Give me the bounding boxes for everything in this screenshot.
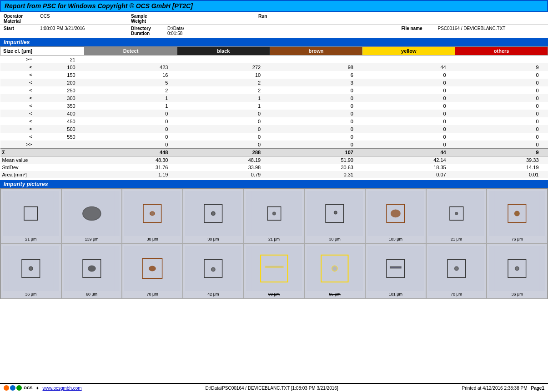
- picture-label: 70 μm: [428, 292, 485, 297]
- start-value: 1:08:03 PM 3/21/2016: [40, 26, 131, 31]
- picture-box: [124, 191, 181, 236]
- directory-label: Directory: [131, 26, 167, 31]
- row-others: 9: [455, 63, 548, 71]
- sum-black: 288: [177, 149, 270, 156]
- std-row: StdDev31.7633.9830.6318.3514.19: [0, 164, 548, 171]
- row-others: 0: [455, 125, 548, 133]
- row-detect: 0: [85, 110, 177, 117]
- row-detect: 1: [85, 94, 177, 102]
- row-op: <: [0, 102, 34, 110]
- yellow-col-header: yellow: [362, 47, 455, 55]
- sum-yellow: 44: [362, 149, 455, 156]
- table-row: >=21: [0, 55, 548, 64]
- row-size: 200: [34, 79, 85, 86]
- row-brown: 0: [270, 117, 362, 125]
- row-brown: 6: [270, 71, 362, 79]
- row-brown: 0: [270, 141, 362, 149]
- picture-cell: 11 60 μm: [61, 244, 122, 299]
- material-value: [40, 19, 131, 24]
- svg-point-6: [150, 212, 155, 216]
- picture-label: 30 μm: [124, 237, 181, 241]
- picture-box: [3, 191, 59, 236]
- picture-box: [428, 246, 485, 291]
- picture-box: [185, 246, 241, 291]
- picture-cell: 9 76 μm: [487, 189, 548, 244]
- row-op: <: [0, 133, 34, 141]
- operator-value: OCS: [40, 14, 131, 19]
- svg-point-24: [515, 211, 519, 216]
- picture-cell: 12 70 μm: [122, 244, 183, 299]
- row-detect: 5: [85, 79, 177, 86]
- footer-logo: OCS ✦: [4, 385, 39, 391]
- mean-row-detect: 48.30: [85, 156, 177, 164]
- pictures-section-header: Impurity pictures: [0, 180, 548, 188]
- row-others: [455, 55, 548, 64]
- picture-box: [185, 191, 241, 236]
- picture-cell: 2 139 μm: [61, 189, 122, 244]
- row-black: 272: [177, 63, 270, 71]
- sum-row: Σ448288107449: [0, 149, 548, 156]
- footer-path: D:\Data\PSC00164 / DEVICEBLANC.TXT [1:08…: [85, 386, 458, 391]
- impurities-table: Size cl. [μm] Detect black brown yellow …: [0, 46, 548, 178]
- pictures-grid: 1 21 μm2 139 μm3 30 μm4 30 μm5 21 μm6 30…: [0, 188, 548, 299]
- row-black: 2: [177, 86, 270, 94]
- row-op: <: [0, 117, 34, 125]
- picture-box: [367, 191, 424, 236]
- row-black: 0: [177, 141, 270, 149]
- mean-row-yellow: 42.14: [362, 156, 455, 164]
- table-row: <40000000: [0, 110, 548, 117]
- others-col-header: others: [455, 47, 548, 55]
- picture-box: [367, 246, 424, 291]
- row-others: 0: [455, 102, 548, 110]
- picture-label: 60 μm: [64, 292, 120, 297]
- row-others: 0: [455, 133, 548, 141]
- row-black: 1: [177, 94, 270, 102]
- svg-rect-0: [8, 191, 53, 236]
- row-black: 0: [177, 125, 270, 133]
- picture-box: [246, 191, 302, 236]
- size-col-header: Size cl. [μm]: [0, 47, 85, 55]
- sample-value: [167, 14, 258, 19]
- sum-brown: 107: [270, 149, 362, 156]
- picture-label: 95 μm: [307, 292, 363, 297]
- picture-cell: 16 101 μm: [365, 244, 426, 299]
- picture-label: 21 μm: [246, 237, 302, 241]
- std-row-brown: 30.63: [270, 164, 362, 171]
- row-yellow: 44: [362, 63, 455, 71]
- row-op: >=: [0, 55, 34, 64]
- logo-orange: [4, 385, 9, 391]
- row-brown: 0: [270, 86, 362, 94]
- row-others: 0: [455, 79, 548, 86]
- table-row: <35011000: [0, 102, 548, 110]
- row-detect: 423: [85, 63, 177, 71]
- row-black: 0: [177, 110, 270, 117]
- row-size: 350: [34, 102, 85, 110]
- row-detect: 0: [85, 125, 177, 133]
- picture-cell: 8 21 μm: [426, 189, 487, 244]
- row-size: 250: [34, 86, 85, 94]
- row-yellow: 0: [362, 133, 455, 141]
- start-label: Start: [4, 26, 40, 31]
- row-others: 0: [455, 94, 548, 102]
- picture-box: [428, 191, 485, 236]
- duration-value: 0:01:58: [167, 31, 258, 36]
- row-yellow: 0: [362, 102, 455, 110]
- area-row: Area [mm²]1.190.790.310.070.01: [0, 171, 548, 178]
- picture-label: 103 μm: [367, 237, 424, 241]
- row-black: 1: [177, 102, 270, 110]
- footer-url[interactable]: www.ocsgmbh.com: [43, 386, 82, 391]
- row-size: 400: [34, 110, 85, 117]
- picture-label: 76 μm: [489, 237, 545, 241]
- duration-label: Duration: [131, 31, 167, 36]
- row-size: 300: [34, 94, 85, 102]
- svg-point-27: [29, 266, 33, 270]
- row-size: 150: [34, 71, 85, 79]
- row-yellow: 0: [362, 71, 455, 79]
- row-detect: 0: [85, 117, 177, 125]
- area-row-others: 0.01: [455, 171, 548, 178]
- row-detect: [85, 55, 177, 64]
- picture-box: [489, 246, 545, 291]
- picture-box: [124, 246, 181, 291]
- row-yellow: 0: [362, 79, 455, 86]
- svg-point-48: [455, 266, 458, 270]
